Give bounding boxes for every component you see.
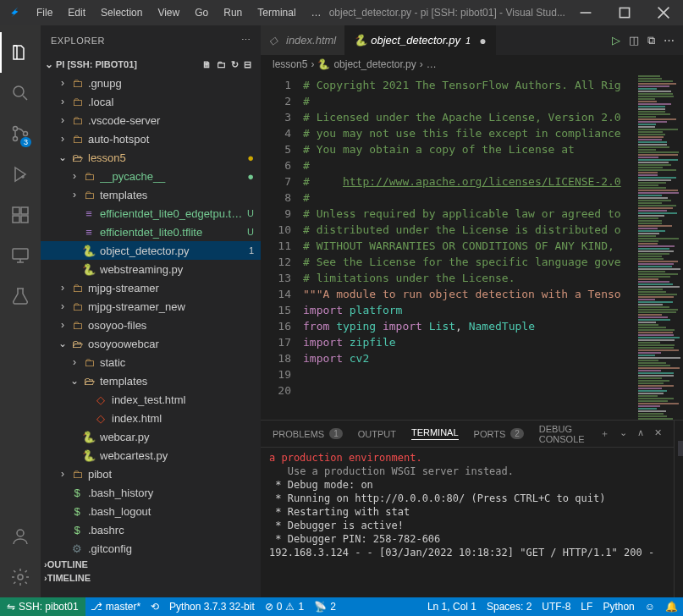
outline-section[interactable]: ›OUTLINE: [41, 558, 261, 571]
panel-tab-output[interactable]: OUTPUT: [358, 429, 396, 439]
tree-root[interactable]: ⌄ PI [SSH: PIBOT01] 🗎 🗀 ↻ ⊟: [41, 55, 261, 74]
tree-item-mjpg-streamer-new[interactable]: ›🗀mjpg-streamer_new: [41, 297, 261, 316]
editor-body[interactable]: 1234567891011121314151617181920 # Copyri…: [261, 74, 683, 420]
tree-item---pycache--[interactable]: ›🗀__pycache__●: [41, 167, 261, 185]
panel-tab-debug console[interactable]: DEBUG CONSOLE: [539, 424, 585, 444]
collapse-icon[interactable]: ⊟: [244, 59, 251, 70]
tree-item--bash-history[interactable]: $.bash_history: [41, 483, 261, 502]
search-activity[interactable]: [0, 73, 41, 113]
tree-item-webstreaming-py[interactable]: 🐍webstreaming.py: [41, 260, 261, 278]
menu-file[interactable]: File: [30, 3, 59, 22]
minimize-button[interactable]: [566, 0, 605, 25]
sync-status[interactable]: ⟲: [146, 601, 164, 613]
editor-area: ◇index.html🐍object_detector.py1● ▷ ◫ ⧉ ⋯…: [261, 25, 683, 597]
scm-activity[interactable]: 3: [0, 113, 41, 154]
remote-explorer-activity[interactable]: [0, 235, 41, 276]
tree-item-index-html[interactable]: ◇index.html: [41, 409, 261, 427]
more-icon[interactable]: ⋯: [241, 35, 251, 46]
dropdown-icon[interactable]: ⌄: [620, 427, 627, 440]
tree-item--bash-logout[interactable]: $.bash_logout: [41, 502, 261, 520]
menu-terminal[interactable]: Terminal: [251, 3, 302, 22]
ports-status[interactable]: 📡2: [309, 601, 341, 613]
maximize-panel-icon[interactable]: ∧: [637, 427, 644, 440]
run-activity[interactable]: [0, 154, 41, 195]
remote-indicator[interactable]: ⇋SSH: pibot01: [0, 597, 85, 616]
eol[interactable]: LF: [576, 601, 598, 613]
tree-item--gnupg[interactable]: ›🗀.gnupg: [41, 74, 261, 92]
tree-item-webcartest-py[interactable]: 🐍webcartest.py: [41, 446, 261, 465]
tab-object-detector-py[interactable]: 🐍object_detector.py1●: [345, 25, 495, 55]
diff-icon[interactable]: ⧉: [647, 34, 655, 47]
item-label: webcar.py: [100, 431, 254, 443]
more-icon[interactable]: ⋯: [664, 34, 675, 47]
tree-item-templates[interactable]: ⌄🗁templates: [41, 371, 261, 390]
language-mode[interactable]: Python: [598, 601, 639, 613]
terminal-session-python3[interactable]: ›python3 les...: [678, 426, 683, 441]
tree-item--bashrc[interactable]: $.bashrc: [41, 520, 261, 539]
tree-item--vscode-server[interactable]: ›🗀.vscode-server: [41, 111, 261, 129]
tree-item--local[interactable]: ›🗀.local: [41, 92, 261, 111]
tree-item-efficientdet-lite0-edgetpu-tflite[interactable]: ≡efficientdet_lite0_edgetpu.tfliteU: [41, 204, 261, 223]
terminal-session-sudo[interactable]: ›sudo osoyo...: [678, 441, 683, 456]
explorer-activity[interactable]: [0, 32, 41, 73]
settings-activity[interactable]: [0, 557, 41, 597]
terminal-output[interactable]: a production environment. Use a producti…: [261, 448, 674, 597]
breadcrumbs[interactable]: lesson5 › 🐍 object_detector.py › …: [261, 55, 683, 74]
indentation[interactable]: Spaces: 2: [482, 601, 537, 613]
notifications-icon[interactable]: 🔔: [660, 601, 683, 613]
panel-tab-ports[interactable]: PORTS 2: [474, 428, 524, 439]
new-terminal-icon[interactable]: ＋: [600, 427, 609, 440]
code-content[interactable]: # Copyright 2021 The TensorFlow Authors.…: [303, 74, 636, 420]
timeline-section[interactable]: ›TIMELINE: [41, 571, 261, 585]
menu-selection[interactable]: Selection: [94, 3, 149, 22]
tree-item-osoyoowebcar[interactable]: ⌄🗁osoyoowebcar: [41, 334, 261, 353]
split-icon[interactable]: ◫: [629, 34, 639, 47]
tree-item-static[interactable]: ›🗀static: [41, 353, 261, 371]
menu-edit[interactable]: Edit: [61, 3, 92, 22]
refresh-icon[interactable]: ↻: [231, 59, 239, 70]
new-file-icon[interactable]: 🗎: [202, 59, 212, 69]
dirty-icon[interactable]: ●: [479, 34, 486, 47]
testing-activity[interactable]: [0, 276, 41, 316]
menu-run[interactable]: Run: [217, 3, 249, 22]
tree-item-auto-hotspot[interactable]: ›🗀auto-hotspot: [41, 129, 261, 148]
item-label: osoyoowebcar: [88, 338, 254, 350]
encoding[interactable]: UTF-8: [537, 601, 576, 613]
problems-status[interactable]: ⊘0 ⚠1: [260, 601, 309, 613]
menu-view[interactable]: View: [151, 3, 186, 22]
tab-index-html[interactable]: ◇index.html: [261, 25, 345, 55]
feedback-icon[interactable]: ☺: [640, 601, 660, 613]
panel-tab-terminal[interactable]: TERMINAL: [411, 427, 459, 440]
menu-go[interactable]: Go: [188, 3, 215, 22]
extensions-activity[interactable]: [0, 195, 41, 235]
menu-…[interactable]: …: [305, 3, 328, 22]
git-branch[interactable]: ⎇master*: [85, 601, 146, 613]
tree-item-webcar-py[interactable]: 🐍webcar.py: [41, 427, 261, 446]
new-folder-icon[interactable]: 🗀: [217, 59, 226, 69]
tree-item--gitconfig[interactable]: ⚙.gitconfig: [41, 539, 261, 558]
tree-item-object-detector-py[interactable]: 🐍object_detector.py1: [41, 241, 261, 260]
tree-item-templates[interactable]: ›🗀templates: [41, 185, 261, 204]
breadcrumb-item[interactable]: object_detector.py: [333, 58, 416, 70]
svg-point-6: [14, 127, 18, 131]
tree-item-efficientdet-lite0-tflite[interactable]: ≡efficientdet_lite0.tfliteU: [41, 223, 261, 241]
minimap[interactable]: [636, 74, 683, 420]
cursor-position[interactable]: Ln 1, Col 1: [422, 601, 482, 613]
folder-icon: 🗀: [69, 282, 85, 294]
close-panel-icon[interactable]: ✕: [654, 427, 662, 440]
close-button[interactable]: [644, 0, 683, 25]
accounts-activity[interactable]: [0, 516, 41, 557]
panel-tab-problems[interactable]: PROBLEMS 1: [273, 428, 343, 439]
maximize-button[interactable]: [605, 0, 644, 25]
tree-item-osoyoo-files[interactable]: ›🗀osoyoo-files: [41, 316, 261, 334]
run-icon[interactable]: ▷: [612, 34, 620, 47]
item-label: .gnupg: [88, 77, 254, 90]
tree-item-index-test-html[interactable]: ◇index_test.html: [41, 390, 261, 409]
python-interpreter[interactable]: Python 3.7.3 32-bit: [164, 601, 260, 613]
breadcrumb-item[interactable]: lesson5: [273, 58, 307, 70]
breadcrumb-item[interactable]: …: [427, 58, 437, 70]
vscode-logo-icon: [0, 6, 30, 19]
tree-item-pibot[interactable]: ›🗀pibot: [41, 465, 261, 483]
tree-item-mjpg-streamer[interactable]: ›🗀mjpg-streamer: [41, 278, 261, 297]
tree-item-lesson5[interactable]: ⌄🗁lesson5●: [41, 148, 261, 167]
